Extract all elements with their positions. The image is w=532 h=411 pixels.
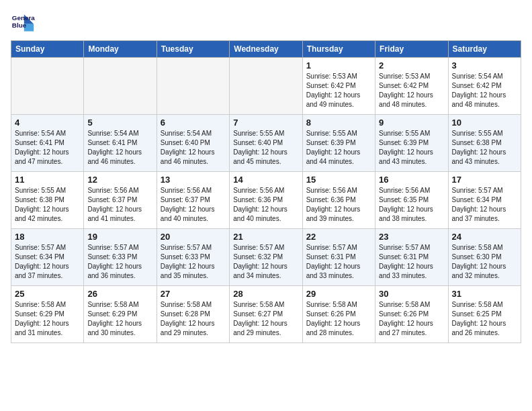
day-info: Sunrise: 5:54 AM Sunset: 6:42 PM Dayligh… <box>452 72 517 109</box>
day-info: Sunrise: 5:57 AM Sunset: 6:34 PM Dayligh… <box>452 186 517 224</box>
calendar-cell <box>84 58 157 115</box>
day-number: 23 <box>379 232 444 242</box>
calendar-cell: 9Sunrise: 5:55 AM Sunset: 6:39 PM Daylig… <box>375 115 448 172</box>
svg-text:General: General <box>12 14 35 21</box>
calendar-cell: 3Sunrise: 5:54 AM Sunset: 6:42 PM Daylig… <box>448 58 521 115</box>
weekday-header: Sunday <box>11 41 84 58</box>
day-info: Sunrise: 5:58 AM Sunset: 6:26 PM Dayligh… <box>379 300 444 338</box>
day-number: 25 <box>15 289 80 299</box>
day-info: Sunrise: 5:57 AM Sunset: 6:33 PM Dayligh… <box>161 243 226 281</box>
day-number: 17 <box>452 175 517 185</box>
day-info: Sunrise: 5:56 AM Sunset: 6:37 PM Dayligh… <box>161 186 226 224</box>
day-info: Sunrise: 5:55 AM Sunset: 6:38 PM Dayligh… <box>452 129 517 167</box>
day-number: 20 <box>161 232 226 242</box>
calendar-cell: 4Sunrise: 5:54 AM Sunset: 6:41 PM Daylig… <box>11 115 84 172</box>
calendar-cell: 11Sunrise: 5:55 AM Sunset: 6:38 PM Dayli… <box>11 172 84 229</box>
calendar-cell: 22Sunrise: 5:57 AM Sunset: 6:31 PM Dayli… <box>302 229 375 286</box>
calendar-week-row: 1Sunrise: 5:53 AM Sunset: 6:42 PM Daylig… <box>11 58 521 115</box>
calendar-cell: 29Sunrise: 5:58 AM Sunset: 6:26 PM Dayli… <box>302 286 375 343</box>
calendar-cell: 18Sunrise: 5:57 AM Sunset: 6:34 PM Dayli… <box>11 229 84 286</box>
day-info: Sunrise: 5:58 AM Sunset: 6:29 PM Dayligh… <box>15 300 80 338</box>
calendar-cell: 13Sunrise: 5:56 AM Sunset: 6:37 PM Dayli… <box>157 172 229 229</box>
day-info: Sunrise: 5:56 AM Sunset: 6:35 PM Dayligh… <box>379 186 444 224</box>
day-info: Sunrise: 5:58 AM Sunset: 6:25 PM Dayligh… <box>452 300 517 338</box>
day-number: 5 <box>87 118 152 128</box>
svg-text:Blue: Blue <box>12 21 27 29</box>
calendar-cell: 12Sunrise: 5:56 AM Sunset: 6:37 PM Dayli… <box>84 172 157 229</box>
day-number: 12 <box>87 175 152 185</box>
calendar-cell: 27Sunrise: 5:58 AM Sunset: 6:28 PM Dayli… <box>157 286 229 343</box>
day-info: Sunrise: 5:58 AM Sunset: 6:28 PM Dayligh… <box>161 300 226 338</box>
calendar-week-row: 25Sunrise: 5:58 AM Sunset: 6:29 PM Dayli… <box>11 286 521 343</box>
calendar-cell: 14Sunrise: 5:56 AM Sunset: 6:36 PM Dayli… <box>230 172 302 229</box>
day-info: Sunrise: 5:54 AM Sunset: 6:40 PM Dayligh… <box>161 129 226 167</box>
logo: General Blue <box>11 11 35 35</box>
day-info: Sunrise: 5:57 AM Sunset: 6:34 PM Dayligh… <box>15 243 80 281</box>
weekday-header: Thursday <box>302 41 375 58</box>
day-number: 29 <box>306 289 371 299</box>
calendar-cell: 23Sunrise: 5:57 AM Sunset: 6:31 PM Dayli… <box>375 229 448 286</box>
calendar-header-row: SundayMondayTuesdayWednesdayThursdayFrid… <box>11 41 521 58</box>
calendar-week-row: 18Sunrise: 5:57 AM Sunset: 6:34 PM Dayli… <box>11 229 521 286</box>
day-number: 19 <box>87 232 152 242</box>
calendar-cell: 6Sunrise: 5:54 AM Sunset: 6:40 PM Daylig… <box>157 115 229 172</box>
calendar-cell: 17Sunrise: 5:57 AM Sunset: 6:34 PM Dayli… <box>448 172 521 229</box>
calendar-cell: 7Sunrise: 5:55 AM Sunset: 6:40 PM Daylig… <box>230 115 302 172</box>
day-number: 30 <box>379 289 444 299</box>
day-info: Sunrise: 5:57 AM Sunset: 6:33 PM Dayligh… <box>87 243 152 281</box>
day-number: 16 <box>379 175 444 185</box>
day-number: 13 <box>161 175 226 185</box>
calendar-cell <box>157 58 229 115</box>
weekday-header: Monday <box>84 41 157 58</box>
day-number: 9 <box>379 118 444 128</box>
day-number: 3 <box>452 60 517 71</box>
day-number: 14 <box>233 175 298 185</box>
calendar-cell <box>11 58 84 115</box>
day-number: 8 <box>306 118 371 128</box>
weekday-header: Tuesday <box>157 41 229 58</box>
day-info: Sunrise: 5:53 AM Sunset: 6:42 PM Dayligh… <box>306 72 371 109</box>
page-header: General Blue <box>11 11 521 35</box>
day-number: 7 <box>233 118 298 128</box>
day-number: 18 <box>15 232 80 242</box>
day-number: 4 <box>15 118 80 128</box>
calendar-body: 1Sunrise: 5:53 AM Sunset: 6:42 PM Daylig… <box>11 58 521 343</box>
day-number: 28 <box>233 289 298 299</box>
calendar-cell: 16Sunrise: 5:56 AM Sunset: 6:35 PM Dayli… <box>375 172 448 229</box>
day-info: Sunrise: 5:57 AM Sunset: 6:32 PM Dayligh… <box>233 243 298 281</box>
weekday-header: Wednesday <box>230 41 302 58</box>
day-info: Sunrise: 5:56 AM Sunset: 6:36 PM Dayligh… <box>233 186 298 224</box>
day-number: 31 <box>452 289 517 299</box>
day-number: 24 <box>452 232 517 242</box>
calendar-cell: 24Sunrise: 5:58 AM Sunset: 6:30 PM Dayli… <box>448 229 521 286</box>
day-info: Sunrise: 5:58 AM Sunset: 6:27 PM Dayligh… <box>233 300 298 338</box>
calendar-cell: 28Sunrise: 5:58 AM Sunset: 6:27 PM Dayli… <box>230 286 302 343</box>
calendar-cell: 5Sunrise: 5:54 AM Sunset: 6:41 PM Daylig… <box>84 115 157 172</box>
calendar-cell: 10Sunrise: 5:55 AM Sunset: 6:38 PM Dayli… <box>448 115 521 172</box>
day-info: Sunrise: 5:58 AM Sunset: 6:29 PM Dayligh… <box>87 300 152 338</box>
day-number: 27 <box>161 289 226 299</box>
day-info: Sunrise: 5:56 AM Sunset: 6:36 PM Dayligh… <box>306 186 371 224</box>
day-number: 15 <box>306 175 371 185</box>
day-info: Sunrise: 5:55 AM Sunset: 6:40 PM Dayligh… <box>233 129 298 167</box>
calendar-cell: 8Sunrise: 5:55 AM Sunset: 6:39 PM Daylig… <box>302 115 375 172</box>
calendar-table: SundayMondayTuesdayWednesdayThursdayFrid… <box>11 40 521 343</box>
calendar-cell: 31Sunrise: 5:58 AM Sunset: 6:25 PM Dayli… <box>448 286 521 343</box>
day-info: Sunrise: 5:57 AM Sunset: 6:31 PM Dayligh… <box>379 243 444 281</box>
calendar-cell: 25Sunrise: 5:58 AM Sunset: 6:29 PM Dayli… <box>11 286 84 343</box>
calendar-week-row: 11Sunrise: 5:55 AM Sunset: 6:38 PM Dayli… <box>11 172 521 229</box>
day-number: 1 <box>306 60 371 71</box>
day-info: Sunrise: 5:54 AM Sunset: 6:41 PM Dayligh… <box>87 129 152 167</box>
day-number: 21 <box>233 232 298 242</box>
day-info: Sunrise: 5:54 AM Sunset: 6:41 PM Dayligh… <box>15 129 80 167</box>
day-info: Sunrise: 5:55 AM Sunset: 6:38 PM Dayligh… <box>15 186 80 224</box>
calendar-cell: 15Sunrise: 5:56 AM Sunset: 6:36 PM Dayli… <box>302 172 375 229</box>
calendar-cell: 30Sunrise: 5:58 AM Sunset: 6:26 PM Dayli… <box>375 286 448 343</box>
day-info: Sunrise: 5:55 AM Sunset: 6:39 PM Dayligh… <box>306 129 371 167</box>
day-info: Sunrise: 5:58 AM Sunset: 6:26 PM Dayligh… <box>306 300 371 338</box>
day-info: Sunrise: 5:53 AM Sunset: 6:42 PM Dayligh… <box>379 72 444 109</box>
calendar-cell: 19Sunrise: 5:57 AM Sunset: 6:33 PM Dayli… <box>84 229 157 286</box>
day-info: Sunrise: 5:57 AM Sunset: 6:31 PM Dayligh… <box>306 243 371 281</box>
logo-icon: General Blue <box>11 11 35 35</box>
day-number: 11 <box>15 175 80 185</box>
